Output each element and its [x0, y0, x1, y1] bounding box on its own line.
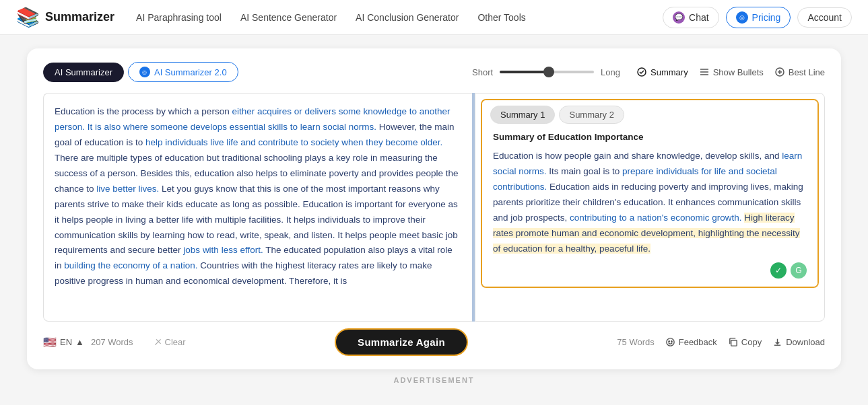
panels: Education is the process by which a pers…	[43, 93, 825, 322]
highlight-1: either acquires or delivers some knowled…	[55, 106, 450, 132]
right-panel: Summary 1 Summary 2 Summary of Education…	[475, 93, 825, 322]
copy-button[interactable]: Copy	[728, 337, 762, 347]
bestline-icon	[774, 67, 785, 77]
copy-icon	[728, 337, 738, 347]
clear-label: Clear	[165, 337, 186, 347]
summary-title: Summary of Education Importance	[493, 132, 807, 142]
nav-conclusion[interactable]: AI Conclusion Generator	[356, 12, 459, 23]
word-count-left: 207 Words	[91, 337, 133, 347]
feedback-button[interactable]: Feedback	[665, 337, 717, 347]
length-long-label: Long	[601, 67, 620, 77]
s-highlight-3: contributing to a nation's economic grow…	[570, 213, 741, 223]
chat-icon: 💬	[673, 11, 685, 24]
highlight-2: help individuals live life and contribut…	[145, 137, 442, 147]
pricing-icon: ◎	[736, 11, 748, 24]
clear-button[interactable]: Clear	[154, 337, 186, 347]
highlight-3: live better lives.	[96, 184, 159, 194]
pricing-button[interactable]: ◎ Pricing	[726, 7, 791, 28]
main-content: AI Summarizer ◎ AI Summarizer 2.0 Short …	[0, 35, 868, 391]
view-bestline[interactable]: Best Line	[774, 67, 825, 77]
left-panel[interactable]: Education is the process by which a pers…	[43, 93, 472, 322]
nav: AI Paraphrasing tool AI Sentence Generat…	[136, 12, 641, 23]
svg-rect-8	[731, 340, 737, 346]
nav-sentence[interactable]: AI Sentence Generator	[240, 12, 337, 23]
highlight-5: building the economy of a nation.	[64, 260, 197, 270]
toolbar: AI Summarizer ◎ AI Summarizer 2.0 Short …	[43, 62, 825, 82]
logo-icon: 📚	[16, 6, 40, 28]
summarize-again-button[interactable]: Summarize Again	[335, 328, 468, 356]
length-slider-thumb[interactable]	[543, 67, 554, 77]
bullets-icon	[699, 67, 710, 77]
bottom-bar: 🇺🇸 EN ▲ 207 Words Clear Summarize Again	[43, 322, 825, 359]
view-bullets[interactable]: Show Bullets	[699, 67, 764, 77]
word-count-right: 75 Words	[617, 337, 654, 347]
summary-text: Education is how people gain and share k…	[493, 149, 807, 257]
bottom-left: 🇺🇸 EN ▲ 207 Words Clear	[43, 336, 186, 348]
summary-tab-1[interactable]: Summary 1	[490, 106, 555, 124]
summary-tabs-row: Summary 1 Summary 2	[482, 100, 817, 124]
chat-button[interactable]: 💬 Chat	[663, 7, 719, 28]
svg-point-6	[669, 341, 670, 342]
clear-icon	[154, 338, 162, 346]
logo[interactable]: 📚 Summarizer	[16, 6, 114, 28]
svg-point-7	[671, 341, 672, 342]
language-code: EN	[60, 337, 72, 347]
feedback-icon	[665, 337, 675, 347]
pricing-label: Pricing	[752, 12, 781, 23]
summary-content: Summary of Education Importance Educatio…	[482, 124, 817, 287]
account-button[interactable]: Account	[797, 7, 852, 28]
length-control: Short Long	[472, 67, 620, 77]
bottom-right: 75 Words Feedback Copy	[617, 337, 825, 347]
view-summary[interactable]: Summary	[636, 67, 688, 77]
tool-card: AI Summarizer ◎ AI Summarizer 2.0 Short …	[27, 48, 841, 369]
svg-point-5	[667, 338, 674, 346]
view-options: Summary Show Bullets Best Line	[636, 67, 825, 77]
download-icon	[772, 337, 782, 347]
header: 📚 Summarizer AI Paraphrasing tool AI Sen…	[0, 0, 868, 35]
check-icon[interactable]: ✓	[770, 262, 787, 279]
flag-icon: 🇺🇸	[43, 336, 57, 348]
nav-other-tools[interactable]: Other Tools	[477, 12, 525, 23]
summary-icon	[636, 67, 647, 77]
length-short-label: Short	[472, 67, 493, 77]
chat-label: Chat	[689, 12, 709, 23]
highlight-4: jobs with less effort.	[183, 245, 263, 255]
summary-icons: ✓ G	[493, 262, 807, 279]
advertisement-label: ADVERTISEMENT	[27, 376, 841, 384]
input-text: Education is the process by which a pers…	[55, 104, 461, 289]
summary-tab-2[interactable]: Summary 2	[559, 106, 624, 124]
summary-tabs-wrapper: Summary 1 Summary 2 Summary of Education…	[481, 99, 819, 288]
logo-text: Summarizer	[45, 10, 114, 24]
summarize-btn-wrapper: Summarize Again	[186, 328, 617, 356]
language-selector[interactable]: 🇺🇸 EN ▲	[43, 336, 84, 348]
header-actions: 💬 Chat ◎ Pricing Account	[663, 7, 852, 28]
grammar-icon[interactable]: G	[791, 262, 807, 279]
mode-ai-summarizer-2[interactable]: ◎ AI Summarizer 2.0	[128, 62, 238, 82]
download-button[interactable]: Download	[772, 337, 825, 347]
ai2-icon: ◎	[139, 67, 150, 77]
length-slider[interactable]	[500, 71, 594, 73]
mode-ai-summarizer[interactable]: AI Summarizer	[43, 63, 124, 82]
nav-paraphrasing[interactable]: AI Paraphrasing tool	[136, 12, 222, 23]
account-label: Account	[807, 12, 842, 23]
lang-chevron: ▲	[75, 337, 84, 347]
